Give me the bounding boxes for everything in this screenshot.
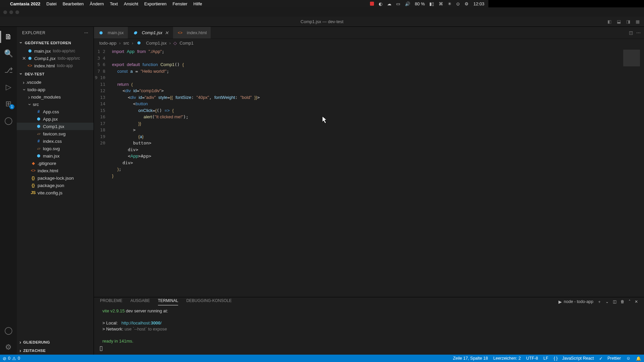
editor-tab[interactable]: ⬢Comp1.jsx✕ [128, 27, 173, 39]
section-open-editors[interactable]: GEÖFFNETE EDITOREN [17, 39, 94, 47]
clock[interactable]: 12:03 [473, 1, 484, 6]
display-icon[interactable]: ▭ [396, 1, 400, 6]
mac-menu-item[interactable]: Ansicht [124, 1, 138, 6]
json-file-icon: {} [30, 183, 36, 188]
explorer-more-icon[interactable]: ⋯ [84, 31, 89, 35]
crumb[interactable]: Comp1 [179, 41, 194, 46]
record-indicator-icon[interactable] [370, 2, 374, 6]
react-file-icon: ⬢ [98, 31, 104, 35]
folder-src[interactable]: src [17, 101, 94, 108]
menubar-icon[interactable]: ⊙ [456, 1, 460, 6]
mac-menu-item[interactable]: Fenster [172, 1, 187, 6]
file-item[interactable]: <>index.html [17, 167, 94, 174]
macos-menubar: Camtasia 2022 Datei Bearbeiten Ändern Te… [0, 0, 488, 7]
sidebar-explorer: EXPLORER ⋯ GEÖFFNETE EDITOREN ✕⬢main.jsx… [17, 27, 94, 274]
activity-source-control-icon[interactable]: ⎇ [0, 63, 16, 78]
react-file-icon: ⬢ [36, 154, 42, 158]
folder-todoapp[interactable]: todo-app [17, 86, 94, 93]
line-number-gutter: 1 2 3 4 5 6 7 8 9 10 11 12 13 14 15 16 1… [94, 47, 110, 274]
folder-node-modules[interactable]: node_modules [17, 93, 94, 101]
control-center-icon[interactable]: ⚙ [465, 1, 469, 6]
file-item[interactable]: {}package-lock.json [17, 174, 94, 182]
html-file-icon: <> [177, 31, 183, 35]
extensions-badge: 1 [9, 104, 14, 109]
activity-search-icon[interactable]: 🔍 [0, 46, 16, 61]
chevron-right-icon [23, 79, 24, 85]
menubar-icon[interactable]: ◐ [379, 1, 382, 6]
react-file-icon: ⬢ [136, 41, 142, 45]
react-file-icon: ⬢ [27, 56, 33, 61]
css-file-icon: # [36, 139, 42, 143]
chevron-down-icon [23, 87, 26, 93]
sound-icon[interactable]: 🔊 [405, 1, 410, 6]
editor-group: ⬢main.jsx⬢Comp1.jsx✕<>index.html ◫ ⋯ tod… [94, 27, 488, 274]
js-file-icon: JS [30, 190, 36, 195]
window-title: Comp1.jsx — dev-test [301, 19, 343, 24]
code-editor[interactable]: import App from "./App"; export default … [110, 47, 488, 274]
file-item[interactable]: JSvite.config.js [17, 189, 94, 196]
close-tab-icon[interactable]: ✕ [165, 30, 169, 36]
file-item[interactable]: #index.css [17, 137, 94, 145]
file-item[interactable]: ⬢App.jsx [17, 115, 94, 123]
html-file-icon: <> [27, 63, 33, 68]
section-workspace[interactable]: DEV-TEST [17, 70, 94, 78]
symbol-icon: ◇ [173, 41, 177, 46]
editor-tabs: ⬢main.jsx⬢Comp1.jsx✕<>index.html ◫ ⋯ [94, 27, 488, 39]
file-item[interactable]: ◆.gitignore [17, 160, 94, 167]
activity-explorer-icon[interactable]: 🗎 [0, 29, 16, 44]
breadcrumbs[interactable]: todo-app› src› ⬢Comp1.jsx› ◇Comp1 [94, 39, 488, 47]
menubar-icon[interactable]: ⌘ [439, 1, 443, 6]
file-item[interactable]: ▱logo.svg [17, 145, 94, 152]
crumb[interactable]: src [123, 41, 129, 46]
menubar-icon[interactable]: ✳ [448, 1, 451, 6]
file-item[interactable]: ⬢main.jsx [17, 152, 94, 160]
react-file-icon: ⬢ [132, 31, 138, 35]
chevron-down-icon [19, 40, 23, 46]
react-file-icon: ⬢ [27, 49, 33, 53]
mac-menu-item[interactable]: Bearbeiten [63, 1, 84, 6]
mac-menu-item[interactable]: Datei [46, 1, 56, 6]
activity-run-debug-icon[interactable]: ▷ [0, 80, 16, 95]
svg-file-icon: ▱ [36, 146, 42, 151]
react-file-icon: ⬢ [36, 124, 42, 129]
traffic-minimize-icon[interactable] [9, 10, 13, 14]
traffic-zoom-icon[interactable] [15, 10, 19, 14]
menubar-icon[interactable]: ☁ [387, 1, 391, 6]
traffic-close-icon[interactable] [3, 10, 7, 14]
chevron-down-icon [19, 71, 23, 77]
activity-extensions-icon[interactable]: ⊞1 [0, 97, 16, 111]
file-item[interactable]: #App.css [17, 108, 94, 115]
open-editor-item[interactable]: ✕⬢main.jsxtodo-app/src [17, 47, 94, 55]
mac-menu-item[interactable]: Exportieren [144, 1, 166, 6]
crumb[interactable]: todo-app [99, 41, 116, 46]
chevron-right-icon [28, 94, 30, 100]
react-file-icon: ⬢ [36, 117, 42, 121]
window-titlebar: Comp1.jsx — dev-test ◧ ⬓ ◨ ▦ [0, 17, 488, 27]
chevron-down-icon [28, 102, 32, 107]
activity-extra-icon[interactable]: ◯ [0, 113, 16, 128]
crumb[interactable]: Comp1.jsx [146, 41, 166, 46]
mac-menu-item[interactable]: Hilfe [194, 1, 202, 6]
file-item[interactable]: ▱favicon.svg [17, 130, 94, 137]
battery-icon[interactable]: ▮▯ [429, 1, 434, 6]
mac-menu-item[interactable]: Ändern [90, 1, 104, 6]
editor-tab[interactable]: <>index.html [173, 27, 211, 39]
explorer-title: EXPLORER [22, 31, 45, 35]
open-editor-item[interactable]: ✕⬢Comp1.jsxtodo-app/src [17, 55, 94, 62]
svg-file-icon: ▱ [36, 131, 42, 136]
git-file-icon: ◆ [30, 161, 36, 166]
css-file-icon: # [36, 109, 42, 114]
battery-percent[interactable]: 80 % [415, 1, 425, 6]
folder-vscode[interactable]: .vscode [17, 78, 94, 86]
mac-menu-item[interactable]: Text [110, 1, 118, 6]
open-editor-item[interactable]: ✕<>index.htmltodo-app [17, 62, 94, 69]
editor-tab[interactable]: ⬢main.jsx [94, 27, 128, 39]
file-item[interactable]: {}package.json [17, 182, 94, 189]
app-name[interactable]: Camtasia 2022 [10, 1, 40, 6]
window-chrome [0, 7, 488, 17]
close-icon[interactable]: ✕ [21, 56, 27, 61]
html-file-icon: <> [30, 168, 36, 173]
json-file-icon: {} [30, 176, 36, 180]
file-item[interactable]: ⬢Comp1.jsx [17, 123, 94, 130]
activity-bar: 🗎 🔍 ⎇ ▷ ⊞1 ◯ ◯ ⚙ [0, 27, 17, 274]
